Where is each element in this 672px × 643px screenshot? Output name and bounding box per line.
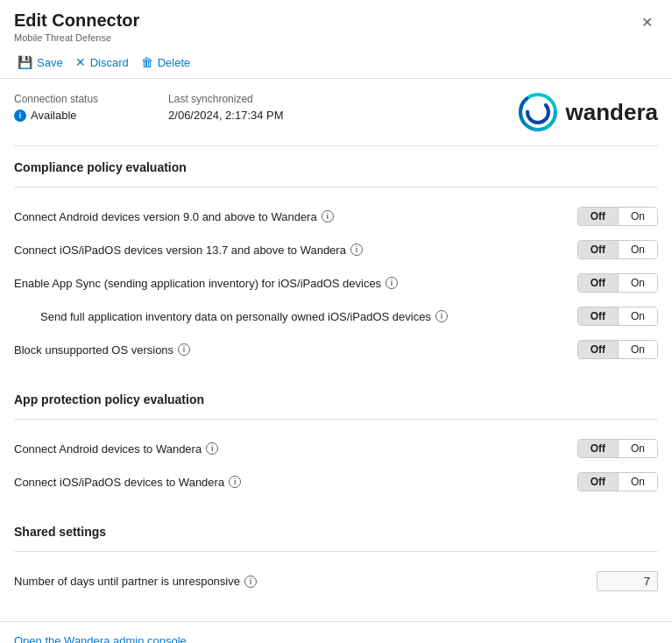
discard-button[interactable]: ✕ Discard — [72, 52, 138, 73]
main-content: Connection status i Available Last synch… — [0, 79, 672, 616]
edit-connector-dialog: Edit Connector Mobile Threat Defense ✕ 💾… — [0, 0, 672, 643]
info-icon-android-compliance: i — [322, 210, 334, 223]
discard-icon: ✕ — [75, 55, 86, 69]
setting-row-android-compliance: Connect Android devices version 9.0 and … — [14, 200, 658, 233]
svg-point-2 — [527, 102, 548, 123]
wandera-name-text: wandera — [566, 99, 659, 126]
wandera-admin-link[interactable]: Open the Wandera admin console — [14, 634, 187, 643]
delete-button[interactable]: 🗑 Delete — [138, 52, 200, 73]
toggle-app-sync: OffOn — [577, 273, 658, 293]
input-days-unresponsive[interactable] — [597, 571, 658, 591]
setting-row-full-inventory: Send full application inventory data on … — [14, 300, 658, 333]
wandera-logo-icon — [519, 93, 557, 131]
setting-row-block-unsupported: Block unsupported OS versions iOffOn — [14, 333, 658, 366]
close-button[interactable]: ✕ — [636, 11, 658, 34]
connection-row: Connection status i Available Last synch… — [14, 93, 658, 146]
sections-container: Compliance policy evaluationConnect Andr… — [14, 160, 658, 607]
section-title-compliance: Compliance policy evaluation — [14, 160, 658, 174]
toggle-off-android-compliance[interactable]: Off — [578, 208, 618, 225]
connection-status-value: i Available — [14, 109, 98, 122]
info-icon-ios-app-protection: i — [229, 476, 241, 488]
section-title-shared: Shared settings — [14, 525, 658, 539]
setting-row-ios-compliance: Connect iOS/iPadOS devices version 13.7 … — [14, 233, 658, 266]
toggle-off-android-app-protection[interactable]: Off — [578, 440, 618, 457]
toggle-off-block-unsupported[interactable]: Off — [578, 341, 618, 358]
discard-label: Discard — [90, 56, 129, 69]
section-divider-app-protection — [14, 419, 658, 420]
toggle-off-ios-app-protection[interactable]: Off — [578, 473, 618, 491]
dialog-subtitle: Mobile Threat Defense — [14, 32, 139, 43]
setting-label-ios-app-protection: Connect iOS/iPadOS devices to Wandera i — [14, 476, 241, 489]
info-icon-block-unsupported: i — [178, 343, 190, 356]
save-label: Save — [37, 56, 63, 69]
connection-status-label: Connection status — [14, 93, 98, 105]
footer: Open the Wandera admin console — [0, 621, 672, 643]
info-icon-android-app-protection: i — [206, 442, 218, 455]
setting-label-app-sync: Enable App Sync (sending application inv… — [14, 277, 398, 290]
toggle-android-compliance: OffOn — [577, 207, 658, 226]
setting-row-days-unresponsive: Number of days until partner is unrespon… — [14, 564, 658, 598]
save-button[interactable]: 💾 Save — [14, 52, 72, 73]
info-icon-ios-compliance: i — [350, 244, 363, 256]
dialog-title: Edit Connector — [14, 11, 139, 31]
info-icon-full-inventory: i — [435, 310, 448, 322]
setting-row-app-sync: Enable App Sync (sending application inv… — [14, 266, 658, 300]
setting-row-android-app-protection: Connect Android devices to Wandera iOffO… — [14, 432, 658, 465]
sync-value: 2/06/2024, 2:17:34 PM — [168, 109, 284, 122]
setting-label-block-unsupported: Block unsupported OS versions i — [14, 343, 190, 357]
toggle-ios-app-protection: OffOn — [577, 472, 658, 491]
info-icon-app-sync: i — [386, 277, 398, 289]
toggle-on-android-app-protection[interactable]: On — [619, 440, 657, 457]
section-compliance: Compliance policy evaluationConnect Andr… — [14, 160, 658, 384]
sync-date: 2/06/2024, 2:17:34 PM — [168, 109, 284, 122]
delete-icon: 🗑 — [141, 55, 153, 69]
dialog-header: Edit Connector Mobile Threat Defense ✕ — [0, 0, 672, 46]
setting-label-full-inventory: Send full application inventory data on … — [14, 310, 448, 323]
toggle-block-unsupported: OffOn — [577, 340, 658, 359]
toggle-on-ios-app-protection[interactable]: On — [619, 473, 657, 491]
wandera-logo: wandera — [519, 93, 659, 131]
connection-info: Connection status i Available Last synch… — [14, 93, 519, 122]
toggle-off-full-inventory[interactable]: Off — [578, 307, 618, 325]
toggle-on-ios-compliance[interactable]: On — [619, 241, 657, 258]
toggle-android-app-protection: OffOn — [577, 439, 658, 458]
toggle-on-app-sync[interactable]: On — [619, 274, 657, 292]
info-icon-days-unresponsive: i — [244, 576, 257, 588]
section-app-protection: App protection policy evaluationConnect … — [14, 392, 658, 516]
section-divider-shared — [14, 551, 658, 552]
header-left: Edit Connector Mobile Threat Defense — [14, 11, 139, 43]
delete-label: Delete — [158, 56, 191, 69]
status-info-icon: i — [14, 110, 26, 122]
toolbar: 💾 Save ✕ Discard 🗑 Delete — [0, 46, 672, 79]
setting-label-days-unresponsive: Number of days until partner is unrespon… — [14, 575, 257, 588]
connection-status-col: Connection status i Available — [14, 93, 98, 122]
setting-row-ios-app-protection: Connect iOS/iPadOS devices to Wandera iO… — [14, 465, 658, 498]
setting-label-android-compliance: Connect Android devices version 9.0 and … — [14, 210, 334, 223]
toggle-full-inventory: OffOn — [577, 307, 658, 326]
sync-col: Last synchronized 2/06/2024, 2:17:34 PM — [168, 93, 284, 122]
status-text: Available — [31, 109, 77, 122]
toggle-on-block-unsupported[interactable]: On — [619, 341, 657, 358]
section-shared: Shared settingsNumber of days until part… — [14, 525, 658, 607]
toggle-ios-compliance: OffOn — [577, 240, 658, 259]
toggle-on-android-compliance[interactable]: On — [619, 208, 657, 225]
section-title-app-protection: App protection policy evaluation — [14, 392, 658, 406]
toggle-on-full-inventory[interactable]: On — [619, 307, 657, 325]
setting-label-ios-compliance: Connect iOS/iPadOS devices version 13.7 … — [14, 244, 363, 257]
toggle-off-ios-compliance[interactable]: Off — [578, 241, 618, 258]
setting-label-android-app-protection: Connect Android devices to Wandera i — [14, 442, 218, 456]
save-icon: 💾 — [18, 55, 32, 69]
section-divider-compliance — [14, 187, 658, 187]
toggle-off-app-sync[interactable]: Off — [578, 274, 618, 292]
sync-label: Last synchronized — [168, 93, 284, 105]
